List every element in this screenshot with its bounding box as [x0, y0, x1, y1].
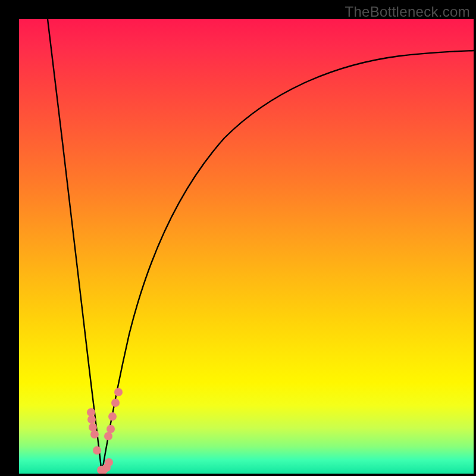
curve-right-branch	[102, 51, 474, 474]
watermark-text: TheBottleneck.com	[345, 4, 470, 20]
highlight-dots	[87, 388, 123, 474]
svg-point-5	[104, 432, 112, 440]
svg-point-13	[105, 458, 113, 466]
plot-area	[19, 19, 474, 474]
svg-point-2	[89, 423, 97, 431]
svg-point-0	[87, 408, 95, 416]
svg-point-9	[114, 388, 123, 396]
chart-frame: TheBottleneck.com	[0, 0, 476, 476]
svg-point-8	[111, 399, 120, 407]
curve-left-branch	[48, 19, 102, 474]
svg-point-6	[107, 425, 115, 433]
svg-point-7	[108, 412, 117, 421]
svg-point-3	[90, 430, 99, 439]
svg-point-4	[93, 446, 101, 455]
svg-point-1	[87, 415, 96, 424]
bottleneck-curve	[19, 19, 474, 474]
